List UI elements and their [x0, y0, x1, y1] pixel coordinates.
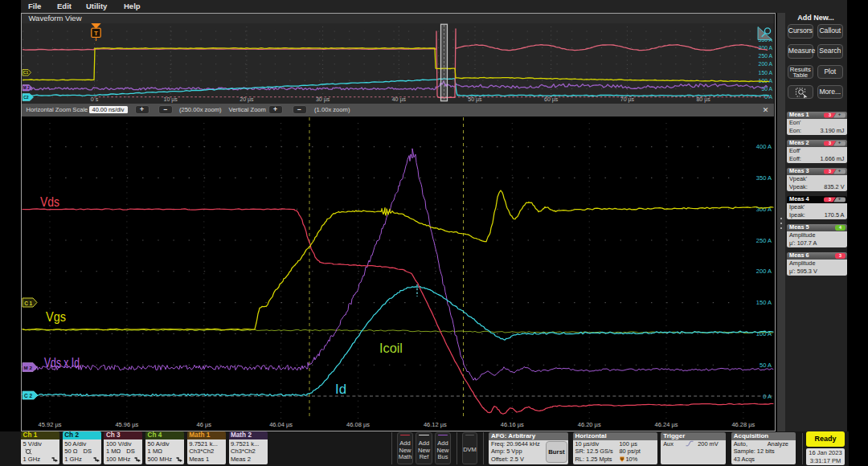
dynamic-range-icon: [176, 457, 182, 463]
badge-row: Analyze: [768, 440, 788, 448]
channel-name: Ch 4: [148, 431, 162, 439]
button-label: ResultsTable: [788, 66, 813, 79]
main-amp-label: 200 A: [755, 268, 771, 275]
channel-badge[interactable]: Ch 250 A/div50 ΩDS1 GHz: [63, 431, 101, 464]
main-marker-ch2[interactable]: C 2: [23, 391, 38, 399]
cursors-button[interactable]: Cursors: [788, 24, 813, 39]
label-vds: Vds: [40, 194, 59, 210]
menu-item[interactable]: Edit: [57, 0, 72, 13]
measurement-badge[interactable]: Meas 33+Vpeak'Vpeak:835.2 V: [787, 168, 847, 191]
time-text: 3:31:17 PM: [810, 457, 841, 464]
measurement-badge[interactable]: Meas 63Amplitudeµ': 595.3 V: [787, 252, 847, 276]
channel-badge[interactable]: Math 29.7521 k...Ch3*Ch2Meas 2: [229, 431, 268, 464]
channel-badge[interactable]: Ch 450 A/div1 MΩ500 MHz: [145, 431, 184, 464]
measurement-badge[interactable]: Meas 54Amplitudeµ': 107.7 A: [787, 224, 847, 247]
zoom-selection-button[interactable]: [788, 85, 813, 100]
channel-name: Math 1: [189, 431, 210, 439]
afg-badge[interactable]: AFG: ArbitraryFreq: 20.9644 kHzAmp: 5 Vp…: [489, 432, 568, 464]
overview-marker-ch2[interactable]: C2: [23, 94, 34, 101]
horizontal-header: Horizontal: [573, 432, 658, 440]
h-zoom-plus-button[interactable]: +: [136, 106, 149, 113]
badge-line-left: Ch3*Ch2: [189, 448, 214, 455]
meas-name: Meas 6: [789, 252, 809, 260]
add-new-math-button[interactable]: AddNewMath: [397, 432, 413, 464]
zoom-selection-box[interactable]: [440, 24, 447, 101]
more-button[interactable]: More...: [817, 85, 843, 100]
source-badge: 3+: [824, 112, 845, 117]
main-amp-label: 250 A: [755, 236, 771, 243]
trigger-badge[interactable]: TriggerAux200 mV: [661, 432, 726, 464]
main-marker-ch1[interactable]: C 1: [23, 298, 37, 307]
horizontal-body: 10 µs/div100 µsSR: 12.5 GS/s80 ps/ptRL: …: [573, 440, 658, 464]
badge-line-right: DS: [121, 448, 135, 455]
measurement-badge[interactable]: Meas 43+Ipeak'Ipeak:170.5 A: [787, 196, 847, 219]
meas-header: Meas 13+: [787, 112, 847, 119]
dvm-button[interactable]: DVM: [462, 432, 478, 464]
meas-header: Meas 43+: [787, 196, 847, 203]
meas-line1: Eoff': [789, 147, 800, 155]
channel-badge-body: 9.7521 k...Ch3*Ch2Meas 1: [187, 439, 226, 464]
h-zoom-minus-button[interactable]: −: [159, 106, 172, 113]
label-icoil: Icoil: [379, 341, 403, 356]
meas-name: Meas 5: [789, 224, 809, 231]
close-zoom-icon[interactable]: ✕: [761, 105, 771, 115]
burst-button[interactable]: Burst: [546, 441, 567, 463]
measurement-badge[interactable]: Meas 13+Eon'Eon:3.190 mJ: [787, 112, 847, 135]
source-badge: 3+: [824, 141, 845, 145]
callout-button[interactable]: Callout: [817, 24, 843, 39]
v-zoom-minus-button[interactable]: −: [293, 106, 306, 113]
channel-badge[interactable]: Ch 3100 V/div1 MΩDS100 MHz: [104, 431, 142, 464]
results-bar: Add New...CursorsCalloutMeasureSearchRes…: [777, 13, 847, 431]
horizontal-badge[interactable]: Horizontal10 µs/div100 µsSR: 12.5 GS/s80…: [573, 432, 658, 464]
badge-title: Horizontal: [573, 432, 658, 440]
acquisition-badge[interactable]: AcquisitionAuto,AnalyzeSample: 12 bits43…: [731, 432, 796, 464]
badge-title: AFG: Arbitrary: [489, 432, 568, 440]
search-button[interactable]: Search: [817, 44, 843, 59]
zoom-overview-icon[interactable]: [758, 27, 772, 40]
main-time-label: 46.20 µs: [577, 420, 600, 427]
meas-body: Amplitudeµ': 107.7 A: [787, 231, 847, 247]
afg-header: AFG: Arbitrary: [489, 432, 568, 440]
channel-badge-body: 100 V/div1 MΩDS100 MHz: [104, 439, 142, 464]
main-marker-math2[interactable]: M 2: [23, 362, 37, 371]
button-label: Search: [818, 45, 842, 58]
rising-edge-icon: [686, 440, 694, 447]
main-waveform-area[interactable]: 400 A350 A300 A250 A200 A150 A100 A50 A0…: [22, 117, 774, 430]
trigger-letter: T: [94, 30, 98, 37]
menu-item[interactable]: Help: [124, 0, 141, 13]
results-table-button[interactable]: ResultsTable: [788, 65, 813, 80]
badge-title: Trigger: [661, 432, 726, 440]
button-label-line: Math: [399, 453, 412, 460]
ready-status-button[interactable]: Ready: [806, 431, 845, 447]
meas-value: 170.5 A: [825, 211, 845, 219]
meas-line1: Eon': [789, 119, 800, 127]
tab-waveform-view[interactable]: Waveform View: [29, 14, 82, 23]
add-new-bus-button[interactable]: AddNewBus: [435, 432, 451, 464]
separator: [483, 432, 484, 464]
overview-waveform-area[interactable]: 0 s10 µs20 µs30 µs40 µs50 µs60 µs70 µs80…: [22, 23, 774, 104]
badge-row: Offset: 2.5 V: [491, 456, 524, 463]
channel-badge[interactable]: Math 19.7521 k...Ch3*Ch2Meas 1: [187, 431, 226, 464]
button-label-line: Table: [792, 72, 808, 79]
badge-row: Auto,: [734, 440, 747, 448]
menu-item[interactable]: Utility: [86, 0, 107, 13]
add-new-ref-button[interactable]: AddNewRef: [416, 432, 432, 464]
zoom-scale-input[interactable]: 40.00 ns/div: [89, 106, 128, 114]
v-zoom-plus-button[interactable]: +: [269, 106, 282, 113]
measure-button[interactable]: Measure: [788, 44, 813, 59]
panel-divider[interactable]: [777, 13, 786, 431]
overview-trace-ch3-vds: [23, 29, 768, 98]
meas-label: Eoff:: [789, 155, 801, 163]
meas-label: µ': 595.3 V: [789, 268, 817, 276]
plot-button[interactable]: Plot: [817, 65, 843, 80]
trigger-position-marker[interactable]: T: [91, 23, 100, 41]
channel-badge[interactable]: Ch 15 V/div1 GHz: [21, 431, 59, 464]
measurement-badge[interactable]: Meas 23+Eoff'Eoff:1.666 mJ: [787, 140, 847, 163]
button-label: More...: [818, 86, 842, 99]
label-vdsxid: Vds x Id: [44, 355, 80, 370]
button-label: Measure: [788, 45, 813, 58]
menu-item[interactable]: File: [28, 0, 41, 13]
marker-label: M 2: [23, 86, 29, 90]
overview-marker-ch1[interactable]: C1: [23, 70, 31, 76]
menu-bar: FileEditUtilityHelp: [21, 0, 847, 13]
